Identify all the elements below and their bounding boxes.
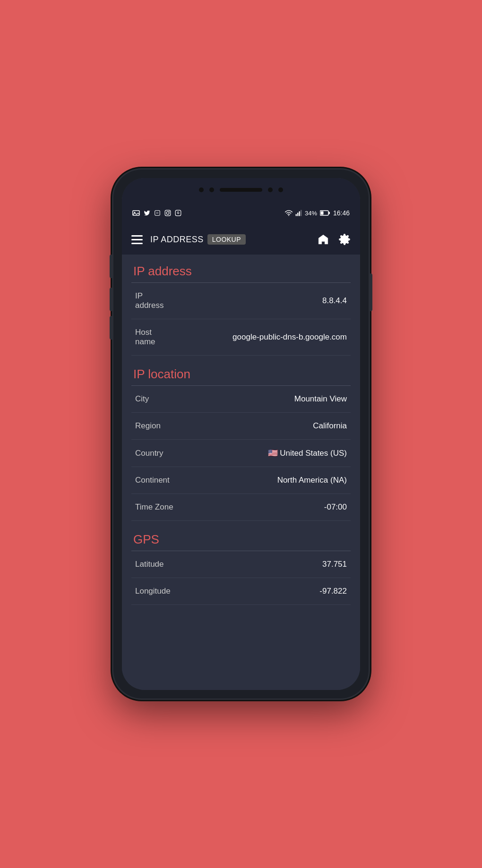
svg-rect-15 [320,212,323,215]
svg-point-9 [288,215,289,216]
svg-rect-4 [165,210,171,216]
wifi-icon [285,210,293,216]
svg-rect-0 [133,211,139,215]
phone-top-sensors [122,178,360,202]
timezone-label: Time Zone [135,502,173,512]
hostname-row: Hostname google-public-dns-b.google.com [131,319,351,356]
ip-address-value: 8.8.4.4 [322,296,347,306]
app-icon: G [175,210,181,216]
settings-icon[interactable] [338,233,351,246]
latitude-row: Latitude 37.751 [131,551,351,578]
sensor-dot [209,187,214,192]
country-row: Country 🇺🇸 United States (US) [131,440,351,467]
country-value: 🇺🇸 United States (US) [268,448,347,458]
latitude-label: Latitude [135,560,164,569]
status-bar: R G 34% [122,202,360,224]
ip-address-row: IPaddress 8.8.4.4 [131,283,351,319]
svg-text:R: R [156,212,158,214]
twitter-icon [144,210,150,216]
sensor-dot-2 [268,187,273,192]
home-icon[interactable] [317,233,330,246]
app-title: IP ADDRESS [150,235,204,245]
ip-address-section: IP address IPaddress 8.8.4.4 Hostname go… [131,264,351,356]
app-content: IP address IPaddress 8.8.4.4 Hostname go… [122,255,360,690]
ip-address-section-title: IP address [131,264,351,279]
menu-button[interactable] [131,235,143,244]
ip-location-section-title: IP location [131,367,351,382]
city-label: City [135,394,149,404]
timezone-value: -07:00 [324,502,347,512]
instagram-icon [164,210,171,216]
time-text: 16:46 [333,209,350,217]
svg-point-6 [169,211,170,212]
city-value: Mountain View [294,394,347,404]
header-title-area: IP ADDRESS LOOKUP [150,234,309,245]
ip-address-label: IPaddress [135,291,164,310]
earpiece-speaker [220,188,262,192]
notification-icon: R [154,210,161,216]
hostname-value: google-public-dns-b.google.com [232,332,347,342]
app-toolbar: IP ADDRESS LOOKUP [122,224,360,255]
region-value: California [313,421,347,431]
ip-location-section: IP location City Mountain View Region Ca… [131,367,351,521]
continent-row: Continent North America (NA) [131,467,351,494]
city-row: City Mountain View [131,386,351,413]
photo-icon [132,210,140,216]
status-left-icons: R G [132,210,181,216]
gps-section-title: GPS [131,532,351,547]
timezone-row: Time Zone -07:00 [131,494,351,521]
battery-text: 34% [305,210,317,217]
svg-rect-16 [328,212,330,214]
camera-dot [199,187,204,192]
phone-device: R G 34% [113,170,369,698]
continent-label: Continent [135,476,170,485]
region-label: Region [135,421,161,431]
svg-rect-10 [296,214,297,216]
header-action-icons [317,233,351,246]
svg-rect-12 [299,212,300,216]
latitude-value: 37.751 [322,560,347,569]
signal-icon [295,210,302,216]
svg-point-5 [166,212,169,214]
country-label: Country [135,449,164,458]
longitude-label: Longitude [135,587,171,596]
status-right-area: 34% 16:46 [285,209,350,217]
svg-text:G: G [177,211,180,214]
svg-rect-11 [297,213,298,216]
lookup-badge: LOOKUP [207,234,246,245]
gps-section: GPS Latitude 37.751 Longitude -97.822 [131,532,351,605]
phone-screen: R G 34% [122,178,360,690]
hostname-label: Hostname [135,328,155,347]
sensor-dot-3 [278,187,283,192]
longitude-value: -97.822 [319,587,347,596]
battery-icon [320,210,330,216]
region-row: Region California [131,413,351,440]
continent-value: North America (NA) [277,476,347,485]
svg-rect-13 [301,210,301,216]
longitude-row: Longitude -97.822 [131,578,351,605]
